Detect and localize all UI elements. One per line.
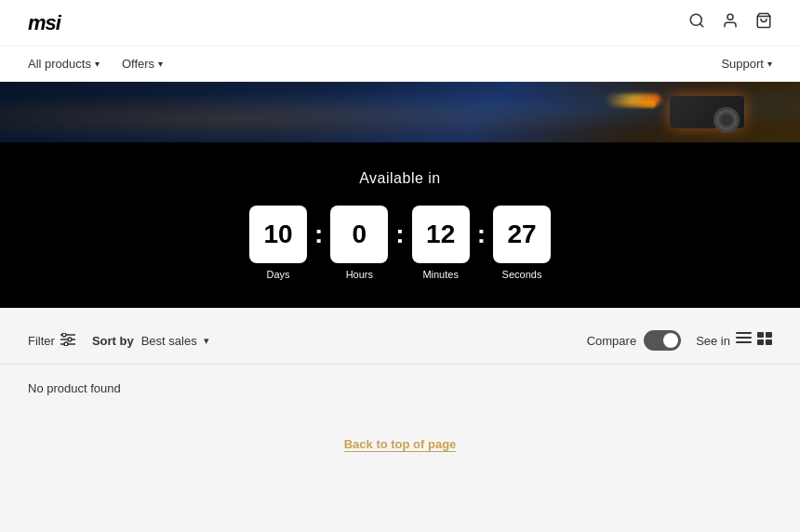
user-icon[interactable] bbox=[722, 12, 739, 33]
compare-section: Compare bbox=[587, 330, 681, 351]
hero-banner bbox=[0, 82, 800, 142]
countdown-hours-label: Hours bbox=[346, 269, 373, 280]
svg-point-5 bbox=[62, 333, 66, 337]
svg-rect-10 bbox=[736, 332, 752, 334]
svg-rect-12 bbox=[736, 341, 752, 343]
header: msi bbox=[0, 0, 800, 47]
countdown-hours-box: 0 bbox=[330, 206, 388, 263]
navbar-left: All products ▾ Offers ▾ bbox=[28, 57, 163, 71]
filter-bar-right: Compare See in bbox=[587, 330, 772, 351]
gpu-body bbox=[670, 96, 744, 128]
svg-point-7 bbox=[68, 338, 72, 341]
sort-chevron-icon: ▾ bbox=[204, 335, 209, 347]
svg-rect-15 bbox=[757, 339, 764, 345]
gpu-fan bbox=[713, 107, 740, 133]
separator-3: : bbox=[477, 219, 486, 249]
back-to-top-link[interactable]: Back to top of page bbox=[344, 437, 457, 452]
filter-bar-left: Filter Sort by Best sales ▾ bbox=[28, 333, 209, 349]
gpu-flame2 bbox=[609, 100, 656, 108]
svg-rect-14 bbox=[766, 332, 772, 338]
compare-toggle[interactable] bbox=[644, 330, 681, 351]
no-product-message: No product found bbox=[28, 381, 772, 395]
list-view-icon[interactable] bbox=[736, 332, 752, 349]
countdown-minutes: 12 Minutes bbox=[412, 206, 470, 280]
countdown-minutes-box: 12 bbox=[412, 206, 470, 263]
header-icons bbox=[688, 12, 772, 33]
nav-offers[interactable]: Offers ▾ bbox=[122, 57, 163, 71]
sort-value: Best sales bbox=[141, 334, 197, 348]
hero-gpu-image bbox=[642, 86, 744, 138]
chevron-down-icon: ▾ bbox=[767, 59, 772, 69]
sort-button[interactable]: Sort by Best sales ▾ bbox=[92, 334, 209, 348]
separator-2: : bbox=[395, 219, 404, 249]
cart-icon[interactable] bbox=[755, 12, 772, 33]
see-in-label: See in bbox=[696, 334, 730, 348]
countdown-days-box: 10 bbox=[249, 206, 307, 263]
countdown-seconds-box: 27 bbox=[493, 206, 551, 263]
svg-rect-11 bbox=[736, 337, 752, 339]
filter-button[interactable]: Filter bbox=[28, 333, 75, 349]
nav-all-products[interactable]: All products ▾ bbox=[28, 57, 100, 71]
navbar-right: Support ▾ bbox=[721, 57, 772, 71]
compare-label: Compare bbox=[587, 334, 636, 348]
svg-point-2 bbox=[727, 14, 733, 20]
nav-support[interactable]: Support ▾ bbox=[721, 57, 772, 71]
chevron-down-icon: ▾ bbox=[95, 59, 100, 69]
svg-point-9 bbox=[64, 342, 68, 346]
countdown-minutes-label: Minutes bbox=[422, 269, 459, 280]
grid-view-icon[interactable] bbox=[757, 332, 772, 349]
logo[interactable]: msi bbox=[28, 11, 60, 35]
countdown-seconds-label: Seconds bbox=[502, 269, 542, 280]
countdown-timer: 10 Days : 0 Hours : 12 Minutes : 27 Seco… bbox=[249, 206, 551, 280]
svg-line-1 bbox=[700, 23, 702, 26]
navbar: All products ▾ Offers ▾ Support ▾ bbox=[0, 47, 800, 82]
sort-label: Sort by bbox=[92, 334, 134, 348]
footer: Back to top of page bbox=[0, 420, 800, 469]
search-icon[interactable] bbox=[688, 12, 705, 33]
see-in-section: See in bbox=[696, 332, 772, 349]
filter-bar: Filter Sort by Best sales ▾ Compare bbox=[0, 317, 800, 365]
filter-label: Filter bbox=[28, 334, 55, 348]
filter-sliders-icon bbox=[60, 333, 75, 349]
countdown-section: Available in 10 Days : 0 Hours : 12 Minu… bbox=[0, 142, 800, 308]
countdown-seconds: 27 Seconds bbox=[493, 206, 551, 280]
toggle-thumb bbox=[663, 333, 678, 348]
chevron-down-icon: ▾ bbox=[158, 59, 163, 69]
toggle-track bbox=[644, 330, 681, 351]
svg-rect-13 bbox=[757, 332, 764, 338]
countdown-title: Available in bbox=[359, 170, 441, 187]
svg-rect-16 bbox=[766, 339, 772, 345]
products-area: No product found bbox=[0, 365, 800, 420]
separator-1: : bbox=[314, 219, 323, 249]
countdown-days-label: Days bbox=[266, 269, 289, 280]
countdown-hours: 0 Hours bbox=[330, 206, 388, 280]
countdown-days: 10 Days bbox=[249, 206, 307, 280]
